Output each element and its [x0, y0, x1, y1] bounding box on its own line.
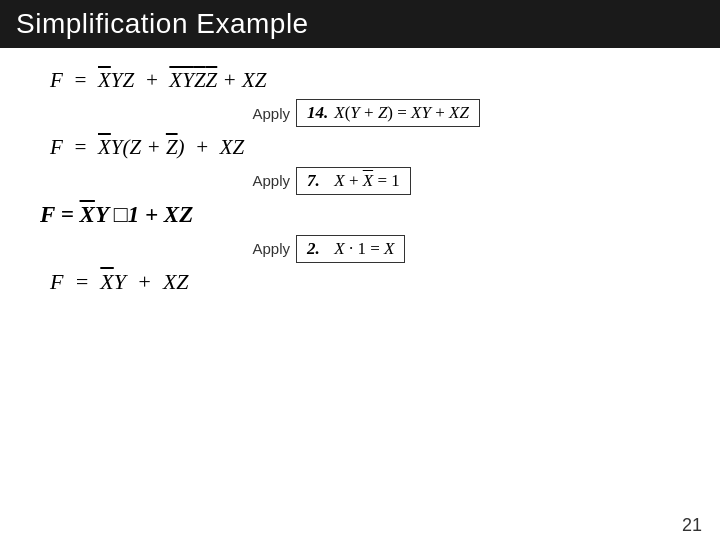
rule-number-2: 7.	[307, 171, 320, 191]
apply-label-3: Apply	[240, 240, 290, 257]
rule-number-3: 2.	[307, 239, 320, 259]
apply-row-1: Apply 14. X(Y + Z) = XY + XZ	[240, 99, 690, 127]
apply-row-3: Apply 2. X · 1 = X	[240, 235, 690, 263]
formula-1: F = XYZ + XYZZ + XZ	[50, 66, 690, 95]
rule-box-1: 14. X(Y + Z) = XY + XZ	[296, 99, 480, 127]
rule-expr-3: X · 1 = X	[326, 239, 395, 259]
formula-3: F = XY □1 + XZ	[40, 199, 690, 231]
formula-4: F = XY + XZ	[50, 267, 690, 298]
apply-row-2: Apply 7. X + X = 1	[240, 167, 690, 195]
slide-content: F = XYZ + XYZZ + XZ Apply 14. X(Y + Z) =…	[0, 48, 720, 540]
rule-number-1: 14.	[307, 103, 328, 123]
apply-label-1: Apply	[240, 105, 290, 122]
rule-expr-2: X + X = 1	[326, 171, 400, 191]
apply-label-2: Apply	[240, 172, 290, 189]
formula-2: F = XY(Z + Z) + XZ	[50, 133, 690, 162]
rule-expr-1: X(Y + Z) = XY + XZ	[334, 103, 469, 123]
rule-box-2: 7. X + X = 1	[296, 167, 411, 195]
rule-box-3: 2. X · 1 = X	[296, 235, 405, 263]
slide-number: 21	[682, 515, 702, 536]
slide-header: Simplification Example	[0, 0, 720, 48]
slide-title: Simplification Example	[16, 8, 309, 39]
